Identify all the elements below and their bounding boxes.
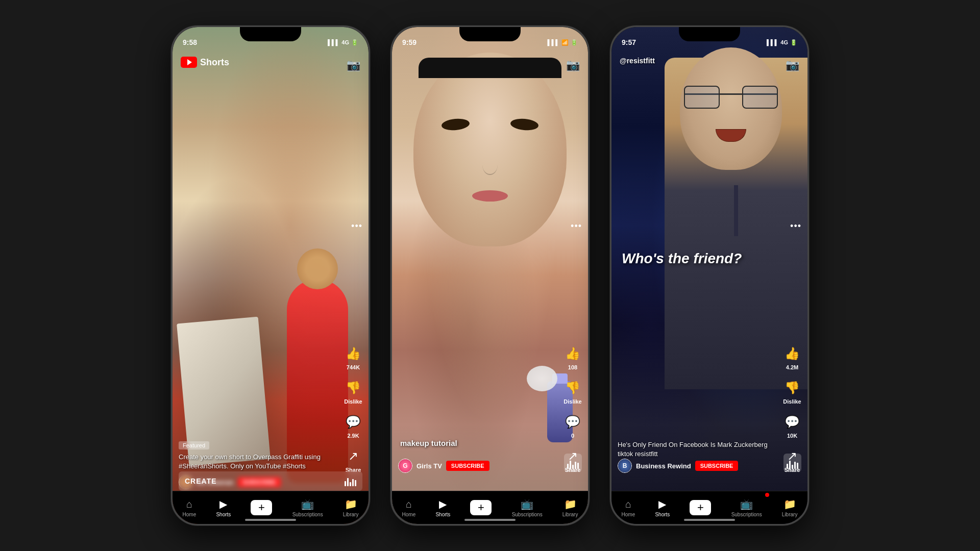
create-label: CREATE bbox=[185, 477, 217, 485]
nose-shape bbox=[482, 155, 498, 175]
pb4 bbox=[794, 462, 796, 469]
nav-add-2[interactable]: + bbox=[464, 496, 498, 519]
subscribe-button-3[interactable]: SUBSCRIBE bbox=[695, 461, 739, 471]
left-eye bbox=[441, 118, 470, 132]
camera-icon-3[interactable]: 📷 bbox=[786, 59, 799, 72]
network-type: 4G bbox=[341, 39, 349, 45]
shorts-nav-icon-3: ▶ bbox=[658, 498, 666, 510]
add-button-3[interactable]: + bbox=[690, 500, 711, 515]
nav-home[interactable]: ⌂ Home bbox=[177, 494, 203, 521]
glass-left bbox=[684, 86, 720, 109]
share-button[interactable]: ↗ Share bbox=[344, 447, 362, 473]
right-eye bbox=[510, 118, 539, 132]
dislike-icon: 👎 bbox=[344, 379, 362, 397]
nav-library-3[interactable]: 📁 Library bbox=[776, 494, 804, 521]
music-bars-icon bbox=[345, 476, 356, 486]
nav-add[interactable]: + bbox=[244, 496, 278, 519]
shorts-label: Shorts bbox=[200, 57, 229, 68]
signal-icon-3: ▌▌▌ bbox=[767, 39, 778, 45]
dislike-button[interactable]: 👎 Dislike bbox=[344, 379, 362, 405]
bar-2 bbox=[347, 478, 349, 486]
add-icon: + bbox=[258, 501, 265, 514]
camera-icon-2[interactable]: 📷 bbox=[566, 59, 580, 72]
like-button-2[interactable]: 👍 108 bbox=[564, 344, 582, 370]
subscriptions-icon: 📺 bbox=[301, 498, 314, 510]
nav-subscriptions[interactable]: 📺 Subscriptions bbox=[286, 494, 329, 521]
yt-shorts-logo[interactable]: Shorts bbox=[181, 57, 229, 68]
dislike-label-2: Dislike bbox=[564, 398, 581, 405]
nav-shorts-3[interactable]: ▶ Shorts bbox=[649, 494, 676, 521]
comments-button-3[interactable]: 💬 10K bbox=[783, 413, 801, 439]
share-icon: ↗ bbox=[344, 447, 362, 465]
signal-icon-2: ▌▌▌ bbox=[548, 39, 559, 45]
like-button[interactable]: 👍 744K bbox=[344, 344, 362, 370]
channel-row-2: G Girls TV SUBSCRIBE bbox=[398, 459, 557, 473]
shorts-nav-label-2: Shorts bbox=[435, 512, 450, 517]
shorts-nav-label: Shorts bbox=[216, 512, 231, 517]
like-count: 744K bbox=[347, 364, 360, 370]
nav-shorts-2[interactable]: ▶ Shorts bbox=[429, 494, 456, 521]
battery-icon-3: 🔋 bbox=[790, 39, 797, 46]
like-icon-3: 👍 bbox=[783, 344, 801, 363]
nav-library-2[interactable]: 📁 Library bbox=[556, 494, 584, 521]
pb1 bbox=[787, 464, 788, 469]
notch bbox=[240, 27, 301, 41]
status-time-3: 9:57 bbox=[622, 38, 636, 46]
pb5 bbox=[797, 463, 798, 469]
nav-subscriptions-3[interactable]: 📺 Subscriptions bbox=[725, 494, 768, 521]
add-button-2[interactable]: + bbox=[470, 500, 492, 515]
more-options-icon-3[interactable]: ••• bbox=[790, 221, 801, 232]
more-options-icon[interactable]: ••• bbox=[351, 221, 362, 232]
subscriptions-icon-2: 📺 bbox=[521, 498, 533, 510]
cotton-pad bbox=[527, 366, 557, 391]
shorts-nav-icon: ▶ bbox=[219, 498, 227, 510]
nav-add-3[interactable]: + bbox=[683, 496, 717, 519]
nav-library[interactable]: 📁 Library bbox=[337, 494, 365, 521]
phone-1-screen: 9:58 ▌▌▌ 4G 🔋 Shorts 📷 ••• bbox=[173, 27, 369, 524]
dislike-button-3[interactable]: 👎 Dislike bbox=[783, 379, 801, 405]
dislike-label: Dislike bbox=[344, 398, 362, 405]
mouth-shape bbox=[716, 129, 746, 142]
nav-home-2[interactable]: ⌂ Home bbox=[396, 494, 422, 521]
nav-home-3[interactable]: ⌂ Home bbox=[616, 494, 642, 521]
wifi-icon: 📶 bbox=[561, 39, 569, 46]
home-label-3: Home bbox=[622, 512, 635, 517]
add-button[interactable]: + bbox=[251, 500, 272, 515]
dislike-button-2[interactable]: 👎 Dislike bbox=[564, 379, 582, 405]
comments-button-2[interactable]: 💬 0 bbox=[564, 413, 582, 439]
channel-avatar-3[interactable]: B bbox=[618, 459, 632, 473]
library-label: Library bbox=[343, 512, 359, 517]
subscribe-button-2[interactable]: SUBSCRIBE bbox=[446, 461, 489, 471]
status-time-2: 9:59 bbox=[402, 38, 416, 46]
music-icon-2 bbox=[564, 454, 582, 472]
video-desc-text: He's Only Friend On Facebook Is Mark Zuc… bbox=[618, 440, 777, 459]
bar-5 bbox=[355, 480, 356, 486]
home-icon-3: ⌂ bbox=[625, 498, 631, 510]
big-title-text: Who's the friend? bbox=[622, 251, 777, 267]
channel-avatar-2[interactable]: G bbox=[398, 459, 412, 473]
channel-name-3: Business Rewind bbox=[636, 462, 691, 470]
camera-icon[interactable]: 📷 bbox=[347, 59, 360, 72]
bar-4 bbox=[352, 479, 354, 486]
battery-icon-2: 🔋 bbox=[571, 39, 578, 46]
video-title: Create your own short to Overpass Graffi… bbox=[179, 453, 338, 471]
home-label-2: Home bbox=[402, 512, 416, 517]
b2 bbox=[570, 461, 571, 469]
phone-2: 9:59 ▌▌▌ 📶 🔋 📷 ••• 👍 108 👎 Dis bbox=[390, 26, 590, 525]
comments-count: 2.9K bbox=[347, 433, 359, 439]
nav-subscriptions-2[interactable]: 📺 Subscriptions bbox=[506, 494, 549, 521]
channel-name-2: Girls TV bbox=[416, 462, 442, 470]
like-button-3[interactable]: 👍 4.2M bbox=[783, 344, 801, 370]
phone-2-background bbox=[392, 27, 588, 524]
music-icon-3 bbox=[783, 454, 801, 472]
avatar-business-rewind: B bbox=[618, 459, 631, 472]
pb2 bbox=[789, 461, 791, 469]
create-bar[interactable]: CREATE bbox=[179, 471, 362, 491]
username-tag: @resistfitt bbox=[620, 57, 655, 65]
nav-shorts[interactable]: ▶ Shorts bbox=[210, 494, 237, 521]
more-options-icon-2[interactable]: ••• bbox=[571, 221, 582, 232]
comments-button[interactable]: 💬 2.9K bbox=[344, 413, 362, 439]
library-icon-3: 📁 bbox=[783, 498, 796, 510]
lips-shape bbox=[472, 190, 508, 202]
like-icon: 👍 bbox=[344, 344, 362, 363]
